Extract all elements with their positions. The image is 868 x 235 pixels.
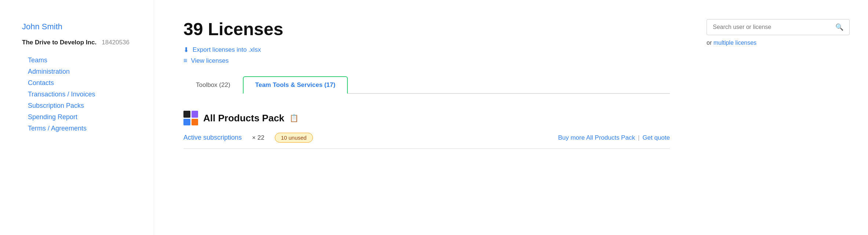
sidebar-item-teams[interactable]: Teams bbox=[22, 56, 139, 64]
subscription-count: × 22 bbox=[252, 134, 265, 142]
unused-badge: 10 unused bbox=[275, 133, 313, 143]
pack-section: All Products Pack 📋 Active subscriptions… bbox=[183, 107, 670, 149]
sidebar: John Smith The Drive to Develop Inc. 184… bbox=[0, 0, 154, 235]
search-box: 🔍 bbox=[707, 19, 850, 35]
view-icon: ≡ bbox=[183, 57, 187, 65]
pack-name: All Products Pack bbox=[203, 113, 284, 124]
sidebar-item-terms[interactable]: Terms / Agreements bbox=[22, 125, 139, 132]
clipboard-icon[interactable]: 📋 bbox=[289, 114, 299, 122]
sidebar-item-contacts[interactable]: Contacts bbox=[22, 79, 139, 87]
right-panel: 🔍 or multiple licenses bbox=[692, 0, 868, 235]
search-or-text: or multiple licenses bbox=[707, 40, 850, 46]
main-content: 39 Licenses ⬇ Export licenses into .xlsx… bbox=[154, 0, 692, 235]
sidebar-item-subscription-packs[interactable]: Subscription Packs bbox=[22, 102, 139, 110]
search-input[interactable] bbox=[713, 24, 832, 30]
sidebar-org-name: The Drive to Develop Inc. bbox=[22, 39, 96, 46]
action-links: ⬇ Export licenses into .xlsx ≡ View lice… bbox=[183, 46, 670, 65]
pack-icon-cell-2 bbox=[192, 111, 198, 118]
pack-icon-cell-3 bbox=[183, 119, 190, 126]
sidebar-user[interactable]: John Smith bbox=[22, 22, 139, 32]
sidebar-nav: Teams Administration Contacts Transactio… bbox=[22, 56, 139, 132]
sidebar-org-id: 18420536 bbox=[102, 39, 130, 46]
actions-separator: | bbox=[638, 134, 639, 142]
active-subscriptions-label: Active subscriptions bbox=[183, 134, 242, 142]
sidebar-item-administration[interactable]: Administration bbox=[22, 68, 139, 76]
multiple-licenses-link[interactable]: multiple licenses bbox=[714, 40, 756, 46]
get-quote-link[interactable]: Get quote bbox=[642, 134, 670, 142]
view-link[interactable]: ≡ View licenses bbox=[183, 57, 670, 65]
tabs: Toolbox (22) Team Tools & Services (17) bbox=[183, 76, 670, 94]
sidebar-org: The Drive to Develop Inc. 18420536 bbox=[22, 39, 139, 46]
pack-row: Active subscriptions × 22 10 unused Buy … bbox=[183, 133, 670, 149]
pack-icon-cell-4 bbox=[192, 119, 198, 126]
pack-icon bbox=[183, 111, 198, 125]
sidebar-item-transactions[interactable]: Transactions / Invoices bbox=[22, 91, 139, 98]
tab-toolbox[interactable]: Toolbox (22) bbox=[183, 76, 243, 94]
page-title: 39 Licenses bbox=[183, 19, 670, 39]
export-icon: ⬇ bbox=[183, 46, 189, 54]
pack-actions: Buy more All Products Pack | Get quote bbox=[558, 134, 670, 142]
tab-team-tools[interactable]: Team Tools & Services (17) bbox=[243, 76, 348, 94]
sidebar-item-spending-report[interactable]: Spending Report bbox=[22, 113, 139, 121]
export-link[interactable]: ⬇ Export licenses into .xlsx bbox=[183, 46, 670, 54]
buy-more-link[interactable]: Buy more All Products Pack bbox=[558, 134, 635, 142]
pack-header: All Products Pack 📋 bbox=[183, 111, 670, 125]
pack-icon-cell-1 bbox=[183, 111, 190, 118]
search-icon[interactable]: 🔍 bbox=[835, 23, 843, 31]
